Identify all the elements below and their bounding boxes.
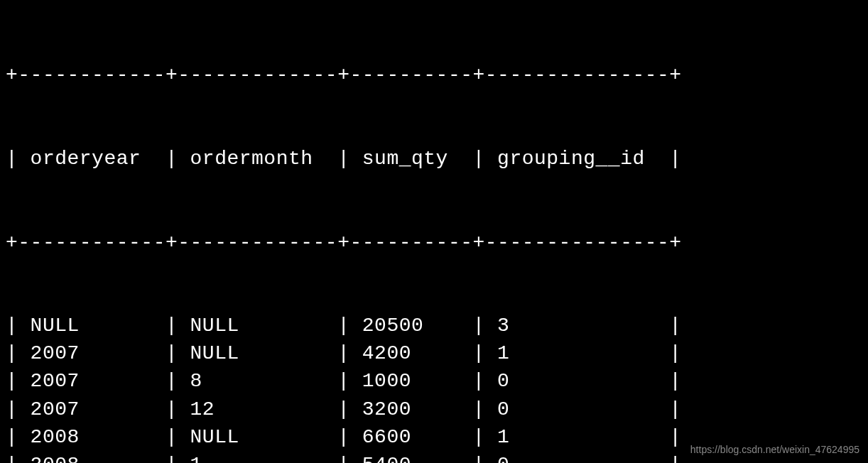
table-separator-mid: +------------+-------------+----------+-… — [6, 229, 862, 256]
table-row: | 2007 | 12 | 3200 | 0 | — [6, 396, 862, 423]
table-separator-top: +------------+-------------+----------+-… — [6, 61, 862, 89]
table-row: | 2007 | NULL | 4200 | 1 | — [6, 339, 862, 367]
ascii-table: +------------+-------------+----------+-… — [6, 6, 862, 463]
table-row: | NULL | NULL | 20500 | 3 | — [6, 312, 862, 339]
table-header-row: | orderyear | ordermonth | sum_qty | gro… — [6, 145, 862, 173]
watermark-text: https://blog.csdn.net/weixin_47624995 — [690, 443, 859, 457]
table-row: | 2007 | 8 | 1000 | 0 | — [6, 367, 862, 395]
